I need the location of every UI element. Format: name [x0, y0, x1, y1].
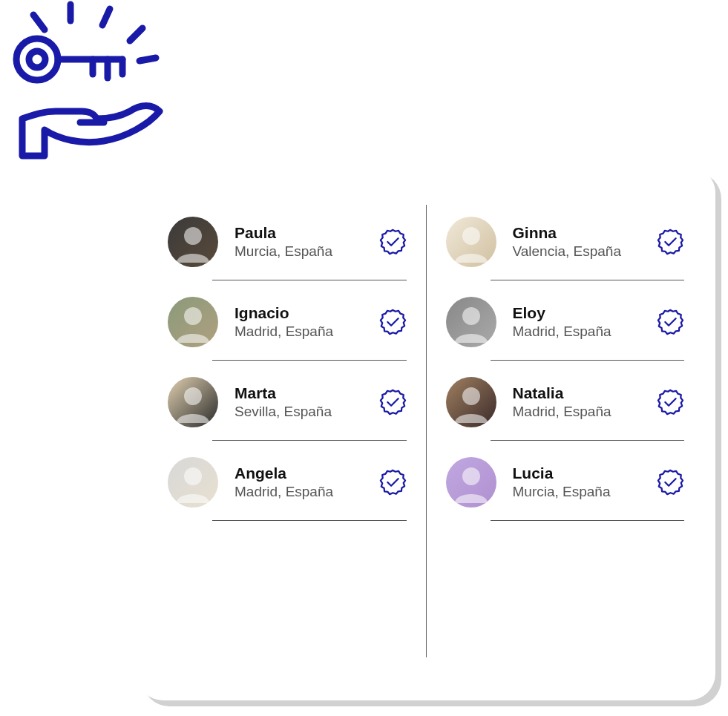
person-row[interactable]: Angela Madrid, España	[168, 441, 407, 521]
svg-point-19	[462, 467, 480, 485]
key-in-hand-icon	[0, 0, 171, 171]
avatar	[168, 297, 218, 347]
person-location: Madrid, España	[513, 404, 651, 420]
person-location: Murcia, España	[513, 484, 651, 500]
person-row[interactable]: Ginna Valencia, España	[446, 200, 685, 280]
person-row[interactable]: Lucia Murcia, España	[446, 441, 685, 521]
people-card: Paula Murcia, España Ignacio Madrid, Esp…	[137, 166, 715, 700]
svg-point-15	[184, 467, 202, 485]
person-name: Natalia	[513, 384, 651, 402]
svg-line-4	[140, 58, 156, 61]
avatar	[168, 457, 218, 508]
avatar	[446, 217, 496, 267]
person-name: Marta	[235, 384, 373, 402]
svg-point-14	[184, 387, 202, 405]
avatar	[446, 377, 496, 427]
verified-badge-icon	[378, 228, 407, 256]
svg-point-13	[184, 307, 202, 325]
person-name: Ignacio	[235, 304, 373, 322]
svg-line-2	[102, 9, 110, 25]
avatar	[168, 377, 218, 427]
svg-point-6	[29, 51, 45, 68]
svg-point-18	[462, 387, 480, 405]
svg-point-12	[184, 227, 202, 245]
person-location: Murcia, España	[235, 243, 373, 260]
svg-point-16	[462, 227, 480, 245]
person-name: Paula	[235, 224, 373, 242]
person-row[interactable]: Ignacio Madrid, España	[168, 280, 407, 361]
person-row[interactable]: Natalia Madrid, España	[446, 361, 685, 441]
person-location: Madrid, España	[235, 484, 373, 500]
verified-badge-icon	[378, 308, 407, 336]
person-location: Sevilla, España	[235, 404, 373, 420]
person-location: Madrid, España	[235, 323, 373, 340]
people-column-left: Paula Murcia, España Ignacio Madrid, Esp…	[168, 200, 426, 678]
person-row[interactable]: Marta Sevilla, España	[168, 361, 407, 441]
person-row[interactable]: Eloy Madrid, España	[446, 280, 685, 361]
person-name: Angela	[235, 464, 373, 482]
people-column-right: Ginna Valencia, España Eloy Madrid, Espa…	[427, 200, 685, 678]
verified-badge-icon	[656, 468, 684, 496]
person-name: Eloy	[513, 304, 651, 322]
svg-point-17	[462, 307, 480, 325]
person-location: Valencia, España	[513, 243, 651, 260]
person-name: Ginna	[513, 224, 651, 242]
avatar	[446, 457, 496, 508]
svg-point-5	[16, 39, 58, 80]
person-name: Lucia	[513, 464, 651, 482]
svg-line-0	[33, 15, 45, 30]
person-row[interactable]: Paula Murcia, España	[168, 200, 407, 280]
avatar	[168, 217, 218, 267]
verified-badge-icon	[378, 468, 407, 496]
svg-line-3	[130, 28, 142, 41]
verified-badge-icon	[656, 228, 684, 256]
avatar	[446, 297, 496, 347]
verified-badge-icon	[656, 308, 684, 336]
verified-badge-icon	[378, 388, 407, 416]
verified-badge-icon	[656, 388, 684, 416]
person-location: Madrid, España	[513, 323, 651, 340]
